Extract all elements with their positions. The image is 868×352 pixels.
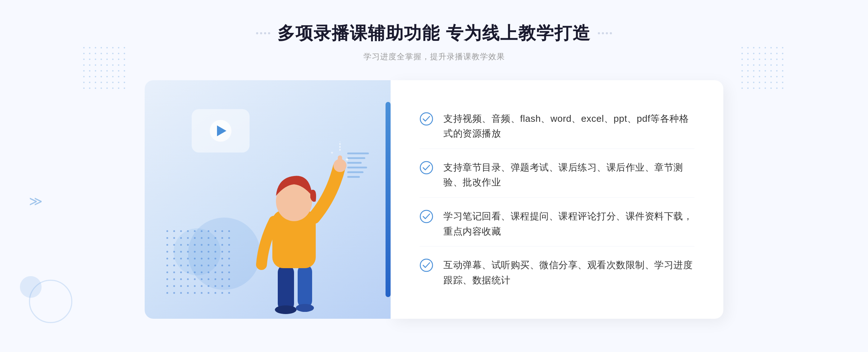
title-deco-right xyxy=(598,32,612,34)
feature-text-2: 支持章节目录、弹题考试、课后练习、课后作业、章节测验、批改作业 xyxy=(443,160,694,190)
title-row: 多项录播课辅助功能 专为线上教学打造 xyxy=(256,22,612,45)
check-icon-2 xyxy=(420,161,433,175)
check-icon-3 xyxy=(420,210,433,223)
deco-dots-right-top xyxy=(741,47,785,90)
check-icon-1 xyxy=(420,112,433,126)
illustration-panel: ✦ ✦ xyxy=(145,80,391,319)
svg-point-3 xyxy=(296,304,314,312)
feature-item-2: 支持章节目录、弹题考试、课后练习、课后作业、章节测验、批改作业 xyxy=(420,153,694,198)
feature-text-3: 学习笔记回看、课程提问、课程评论打分、课件资料下载，重点内容收藏 xyxy=(443,209,694,239)
subtitle: 学习进度全掌握，提升录播课教学效果 xyxy=(256,51,612,62)
svg-text:✦: ✦ xyxy=(330,150,334,155)
svg-point-11 xyxy=(420,113,433,125)
content-area: ✦ ✦ 支持视频、音频、flash、word、excel、ppt、pdf等各种格… xyxy=(145,80,723,319)
page-wrapper: 多项录播课辅助功能 专为线上教学打造 学习进度全掌握，提升录播课教学效果 xyxy=(0,0,868,352)
svg-rect-0 xyxy=(278,265,294,312)
feature-text-4: 互动弹幕、试听购买、微信分享、观看次数限制、学习进度跟踪、数据统计 xyxy=(443,258,694,288)
svg-point-12 xyxy=(420,162,433,174)
header-section: 多项录播课辅助功能 专为线上教学打造 学习进度全掌握，提升录播课教学效果 xyxy=(256,22,612,62)
svg-point-13 xyxy=(420,210,433,223)
play-icon xyxy=(210,120,231,142)
svg-rect-7 xyxy=(338,155,342,168)
chevron-left-icon: ≫ xyxy=(29,194,43,209)
blue-accent-bar xyxy=(386,102,391,297)
feature-item-3: 学习笔记回看、课程提问、课程评论打分、课件资料下载，重点内容收藏 xyxy=(420,202,694,246)
play-triangle xyxy=(217,125,226,136)
feature-item-1: 支持视频、音频、flash、word、excel、ppt、pdf等各种格式的资源… xyxy=(420,104,694,149)
feature-text-1: 支持视频、音频、flash、word、excel、ppt、pdf等各种格式的资源… xyxy=(443,111,694,141)
check-icon-4 xyxy=(420,258,433,272)
svg-point-14 xyxy=(420,259,433,271)
svg-point-2 xyxy=(275,305,297,314)
person-figure: ✦ ✦ xyxy=(231,131,354,319)
main-title: 多项录播课辅助功能 专为线上教学打造 xyxy=(277,22,590,45)
title-deco-left xyxy=(256,32,270,34)
features-panel: 支持视频、音频、flash、word、excel、ppt、pdf等各种格式的资源… xyxy=(391,80,723,319)
feature-item-4: 互动弹幕、试听购买、微信分享、观看次数限制、学习进度跟踪、数据统计 xyxy=(420,250,694,295)
svg-rect-1 xyxy=(298,265,312,308)
deco-dots-left-top xyxy=(83,47,127,90)
svg-text:✦: ✦ xyxy=(345,156,349,163)
circle-blue-medium xyxy=(174,228,221,275)
deco-circle-small xyxy=(20,276,42,298)
